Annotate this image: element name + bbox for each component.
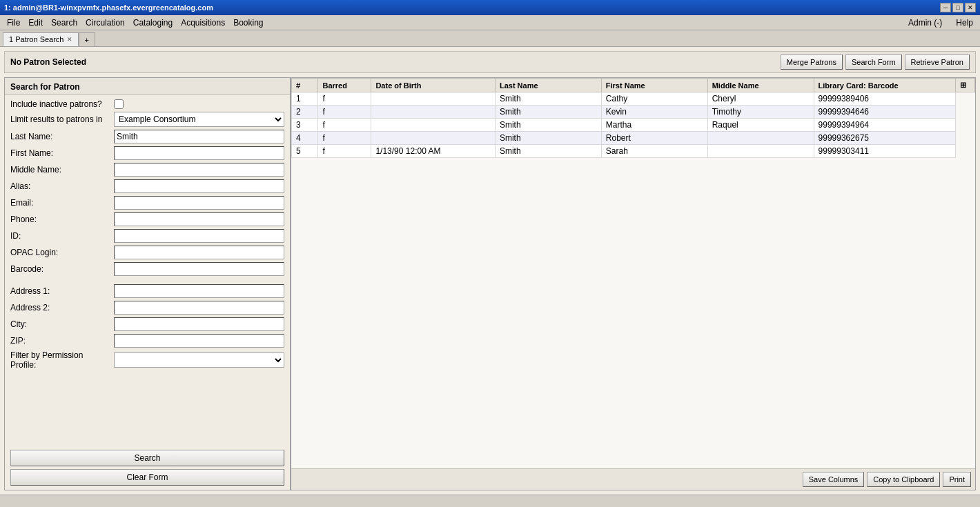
table-cell-1: f [318,119,371,132]
address1-row: Address 1: [10,284,284,298]
address1-label: Address 1: [10,286,114,296]
include-inactive-checkbox[interactable] [114,99,124,109]
menu-circulation[interactable]: Circulation [81,17,129,29]
last-name-input[interactable] [114,130,284,143]
id-row: ID: [10,229,284,243]
menu-file[interactable]: File [3,17,24,29]
col-header-barcode[interactable]: Library Card: Barcode [814,79,955,92]
merge-patrons-button[interactable]: Merge Patrons [781,54,843,70]
results-tbody: 1fSmithCathyCheryl999993894062fSmithKevi… [292,92,975,158]
clear-form-button[interactable]: Clear Form [10,469,284,486]
menu-acquisitions[interactable]: Acquisitions [177,17,229,29]
table-cell-2 [371,132,496,145]
table-row[interactable]: 2fSmithKevinTimothy99999394646 [292,106,975,119]
opac-login-label: OPAC Login: [10,248,114,257]
search-form-button[interactable]: Search Form [845,54,902,70]
search-button[interactable]: Search [10,450,284,466]
table-cell-1: f [318,92,371,106]
top-bar: No Patron Selected Merge Patrons Search … [4,51,976,73]
city-input[interactable] [114,317,284,331]
table-row[interactable]: 1fSmithCathyCheryl99999389406 [292,92,975,106]
table-cell-3: Smith [495,106,601,119]
print-button[interactable]: Print [943,472,971,487]
col-header-dob[interactable]: Date of Birth [371,79,496,92]
last-name-row: Last Name: [10,130,284,143]
first-name-row: First Name: [10,146,284,160]
menu-cataloging[interactable]: Cataloging [129,17,177,29]
zip-row: ZIP: [10,334,284,348]
table-cell-0: 3 [292,119,318,132]
col-header-num: # [292,79,318,92]
menu-edit[interactable]: Edit [24,17,47,29]
zip-label: ZIP: [10,336,114,346]
permission-profile-row: Filter by Permission Profile: [10,350,284,370]
status-bar [0,495,980,507]
opac-login-input[interactable] [114,246,284,259]
menu-help[interactable]: Help [952,17,977,29]
table-cell-2 [371,106,496,119]
copy-to-clipboard-button[interactable]: Copy to Clipboard [867,472,940,487]
tab-patron-search[interactable]: 1 Patron Search ✕ [3,32,79,46]
table-cell-2: 1/13/90 12:00 AM [371,145,496,158]
table-header-row: # Barred Date of Birth Last Name First N… [292,79,975,92]
tab-close-icon[interactable]: ✕ [67,36,72,43]
results-table: # Barred Date of Birth Last Name First N… [291,78,975,468]
table-cell-5: Raquel [707,119,814,132]
table-row[interactable]: 4fSmithRobert99999362675 [292,132,975,145]
col-header-firstname[interactable]: First Name [601,79,707,92]
middle-name-input[interactable] [114,163,284,177]
barcode-row: Barcode: [10,262,284,276]
table-cell-2 [371,119,496,132]
table-cell-6: 99999303411 [814,145,955,158]
last-name-label: Last Name: [10,132,114,141]
table-row[interactable]: 5f1/13/90 12:00 AMSmithSarah99999303411 [292,145,975,158]
permission-profile-select[interactable] [114,352,284,368]
table-row[interactable]: 3fSmithMarthaRaquel99999394964 [292,119,975,132]
table-cell-3: Smith [495,92,601,106]
form-buttons: Search Clear Form [5,446,290,490]
bottom-bar: Save Columns Copy to Clipboard Print [291,468,975,490]
permission-profile-label: Filter by Permission Profile: [10,350,114,370]
table-cell-5 [707,145,814,158]
minimize-btn[interactable]: ─ [940,3,951,12]
table-cell-5: Cheryl [707,92,814,106]
table-cell-0: 5 [292,145,318,158]
menu-admin[interactable]: Admin (-) [904,17,946,29]
retrieve-patron-button[interactable]: Retrieve Patron [905,54,970,70]
address2-row: Address 2: [10,301,284,315]
address2-input[interactable] [114,301,284,315]
id-label: ID: [10,231,114,241]
address1-input[interactable] [114,284,284,298]
table-cell-4: Martha [601,119,707,132]
menu-search[interactable]: Search [47,17,81,29]
email-input[interactable] [114,196,284,210]
col-header-middlename[interactable]: Middle Name [707,79,814,92]
col-header-lastname[interactable]: Last Name [495,79,601,92]
left-panel: Search for Patron Include inactive patro… [5,78,291,490]
city-row: City: [10,317,284,331]
id-input[interactable] [114,229,284,243]
barcode-label: Barcode: [10,264,114,274]
limit-results-row: Limit results to patrons in Example Cons… [10,112,284,127]
col-header-barred[interactable]: Barred [318,79,371,92]
table-cell-0: 4 [292,132,318,145]
limit-results-label: Limit results to patrons in [10,115,114,124]
tab-patron-search-label: 1 Patron Search [9,35,64,43]
maximize-btn[interactable]: □ [952,3,963,12]
alias-input[interactable] [114,179,284,193]
tab-new[interactable]: + [79,32,95,46]
first-name-input[interactable] [114,146,284,160]
menu-booking[interactable]: Booking [229,17,267,29]
barcode-input[interactable] [114,262,284,276]
save-columns-button[interactable]: Save Columns [803,472,865,487]
include-inactive-row: Include inactive patrons? [10,99,284,109]
limit-results-select[interactable]: Example Consortium [114,112,284,127]
table-cell-1: f [318,145,371,158]
close-btn[interactable]: ✕ [965,3,976,12]
table-cell-4: Robert [601,132,707,145]
col-expand-icon[interactable]: ⊞ [955,79,974,92]
zip-input[interactable] [114,334,284,348]
table-cell-1: f [318,106,371,119]
table-cell-0: 1 [292,92,318,106]
phone-input[interactable] [114,212,284,226]
